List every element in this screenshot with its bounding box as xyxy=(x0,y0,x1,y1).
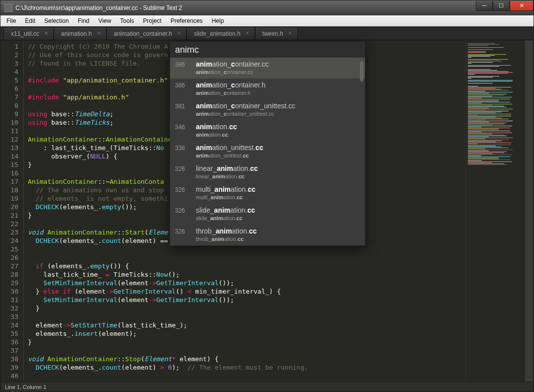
minimize-button[interactable]: ─ xyxy=(476,1,493,11)
status-bar: Line 1, Column 1 xyxy=(1,382,533,392)
tab[interactable]: animation.h× xyxy=(54,27,106,40)
goto-anything-overlay: 386animation_container.ccanimation_conta… xyxy=(170,41,365,246)
close-button[interactable]: ✕ xyxy=(510,1,534,11)
goto-result-path: linear_animation.cc xyxy=(196,173,258,180)
menu-project[interactable]: Project xyxy=(139,16,166,25)
tab[interactable]: x11_util.cc× xyxy=(3,27,54,40)
tab-label: animation_container.h xyxy=(114,30,172,37)
tab-close-icon[interactable]: × xyxy=(176,30,182,36)
goto-result-row[interactable]: 326linear_animation.cclinear_animation.c… xyxy=(170,162,365,183)
goto-result-path: animation_container.cc xyxy=(196,69,268,76)
line-number-gutter: 1234567891011121314151617181920212223242… xyxy=(1,40,24,382)
goto-result-path: slide_animation.cc xyxy=(196,215,255,222)
menu-file[interactable]: File xyxy=(2,16,20,25)
goto-result-row[interactable]: 326multi_animation.ccmulti_animation.cc xyxy=(170,183,365,204)
tab[interactable]: tween.h× xyxy=(255,27,298,40)
menu-selection[interactable]: Selection xyxy=(40,16,73,25)
menu-view[interactable]: View xyxy=(94,16,115,25)
goto-result-score: 326 xyxy=(175,185,191,193)
tab-close-icon[interactable]: × xyxy=(96,30,102,36)
goto-result-row[interactable]: 326slide_animation.ccslide_animation.cc xyxy=(170,204,365,225)
goto-result-title: animation_container_unittest.cc xyxy=(196,102,295,110)
goto-input[interactable] xyxy=(170,42,365,58)
tab-label: animation.h xyxy=(61,30,92,37)
goto-result-path: throb_animation.cc xyxy=(196,235,257,242)
tab-close-icon[interactable]: × xyxy=(43,30,49,36)
minimap[interactable] xyxy=(465,40,525,382)
goto-result-row[interactable]: 326throb_animation.ccthrob_animation.cc xyxy=(170,225,365,245)
goto-result-score: 381 xyxy=(175,102,191,110)
goto-result-title: slide_animation.cc xyxy=(196,206,255,215)
goto-result-path: animation_container_unittest.cc xyxy=(196,110,295,117)
goto-result-title: throb_animation.cc xyxy=(196,227,257,235)
menu-preferences[interactable]: Preferences xyxy=(167,16,207,25)
tab-label: tween.h xyxy=(263,30,283,37)
goto-result-score: 346 xyxy=(175,123,191,131)
goto-result-score: 386 xyxy=(175,60,191,68)
menu-tools[interactable]: Tools xyxy=(116,16,138,25)
goto-result-row[interactable]: 386animation_container.ccanimation_conta… xyxy=(170,58,365,78)
goto-result-score: 326 xyxy=(175,164,191,172)
titlebar[interactable]: C:\J\chromium\src\app\animation_containe… xyxy=(0,0,534,15)
window-controls: ─ ☐ ✕ xyxy=(476,1,534,11)
tab-close-icon[interactable]: × xyxy=(245,30,251,36)
goto-result-row[interactable]: 381animation_container_unittest.ccanimat… xyxy=(170,99,365,120)
goto-result-title: animation_unittest.cc xyxy=(196,144,263,152)
window-frame: C:\J\chromium\src\app\animation_containe… xyxy=(0,0,534,392)
goto-result-path: animation.cc xyxy=(196,131,237,138)
goto-result-path: multi_animation.cc xyxy=(196,194,256,201)
tab-label: x11_util.cc xyxy=(11,30,39,37)
tab-label: slide_animation.h xyxy=(194,30,240,37)
menu-edit[interactable]: Edit xyxy=(21,16,39,25)
goto-result-row[interactable]: 386animation_container.hanimation_contai… xyxy=(170,78,365,99)
tab[interactable]: slide_animation.h× xyxy=(186,27,255,40)
menubar: FileEditSelectionFindViewToolsProjectPre… xyxy=(0,15,534,26)
vertical-scrollbar[interactable] xyxy=(525,40,533,382)
goto-result-score: 386 xyxy=(175,81,191,89)
status-position: Line 1, Column 1 xyxy=(5,384,46,390)
goto-result-row[interactable]: 338animation_unittest.ccanimation_unitte… xyxy=(170,141,365,162)
menu-help[interactable]: Help xyxy=(208,16,228,25)
window-title: C:\J\chromium\src\app\animation_containe… xyxy=(15,4,182,11)
goto-result-title: linear_animation.cc xyxy=(196,164,258,173)
goto-result-list: 386animation_container.ccanimation_conta… xyxy=(170,58,365,245)
goto-result-score: 326 xyxy=(175,227,191,235)
goto-result-score: 326 xyxy=(175,206,191,214)
goto-result-score: 338 xyxy=(175,144,191,152)
menu-find[interactable]: Find xyxy=(74,16,93,25)
goto-result-title: animation_container.cc xyxy=(196,60,268,69)
maximize-button[interactable]: ☐ xyxy=(493,1,510,11)
overlay-scrollbar[interactable] xyxy=(360,62,363,81)
tab-close-icon[interactable]: × xyxy=(287,30,293,36)
app-icon xyxy=(4,4,12,12)
goto-result-title: multi_animation.cc xyxy=(196,185,256,194)
tab-strip: x11_util.cc×animation.h×animation_contai… xyxy=(0,26,534,40)
tab[interactable]: animation_container.h× xyxy=(106,27,186,40)
goto-result-title: animation.cc xyxy=(196,123,237,131)
goto-result-title: animation_container.h xyxy=(196,81,266,89)
goto-result-path: animation_unittest.cc xyxy=(196,152,263,159)
goto-result-path: animation_container.h xyxy=(196,89,266,96)
goto-result-row[interactable]: 346animation.ccanimation.cc xyxy=(170,120,365,141)
